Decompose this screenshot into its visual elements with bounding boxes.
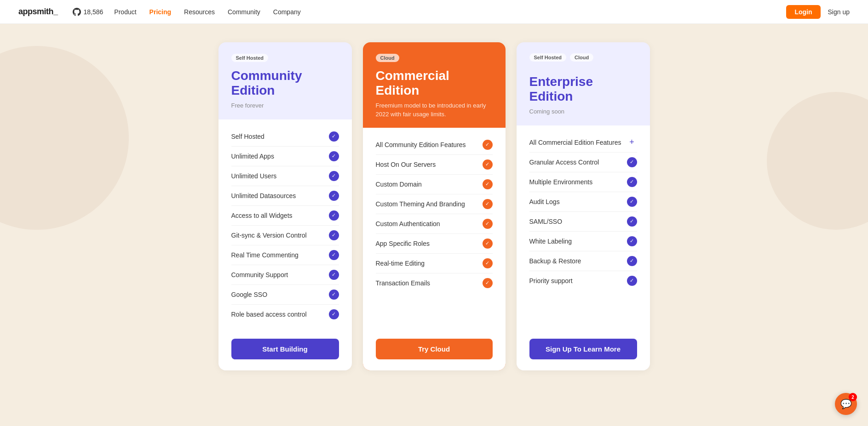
nav-product[interactable]: Product (114, 8, 136, 16)
feature-label: Access to all Widgets (231, 212, 293, 219)
feature-custom-domain: Custom Domain ✓ (376, 175, 493, 194)
check-icon: ✓ (329, 309, 339, 319)
community-card: Self Hosted Community Edition Free forev… (218, 42, 352, 370)
check-icon: ✓ (483, 159, 493, 170)
community-badge: Self Hosted (231, 54, 269, 62)
chat-bubble[interactable]: 💬 2 (835, 393, 857, 415)
feature-label: White Labeling (529, 238, 572, 245)
feature-label: Real Time Commenting (231, 251, 299, 259)
community-title: Community Edition (231, 68, 339, 98)
check-icon: ✓ (483, 199, 493, 209)
feature-community-support: Community Support ✓ (231, 265, 339, 285)
feature-git-sync: Git-sync & Version Control ✓ (231, 226, 339, 245)
feature-label: App Specific Roles (376, 240, 430, 247)
feature-audit-logs: Audit Logs ✓ (529, 192, 637, 212)
commercial-features: All Community Edition Features ✓ Host On… (363, 128, 506, 331)
enterprise-card: Self Hosted Cloud Enterprise Edition Com… (517, 42, 650, 370)
feature-custom-theming: Custom Theming And Branding ✓ (376, 194, 493, 214)
github-count: 18,586 (84, 8, 103, 16)
check-icon: ✓ (329, 270, 339, 280)
enterprise-title: Enterprise Edition (529, 74, 637, 104)
check-icon: ✓ (329, 290, 339, 300)
commercial-title: Commercial Edition (376, 68, 493, 98)
feature-label: Custom Domain (376, 181, 422, 188)
enterprise-badge-cloud: Cloud (570, 53, 593, 62)
github-link[interactable]: 18,586 (73, 8, 103, 16)
signup-button[interactable]: Sign up (828, 8, 850, 16)
enterprise-features: All Commercial Edition Features + Granul… (517, 125, 650, 331)
nav-links: Product Pricing Resources Community Comp… (114, 8, 786, 16)
check-icon: ✓ (483, 258, 493, 268)
pricing-section: Self Hosted Community Edition Free forev… (0, 24, 868, 389)
feature-label: Unlimited Datasources (231, 192, 296, 199)
check-icon: ✓ (627, 216, 637, 227)
feature-label: Custom Theming And Branding (376, 200, 465, 208)
community-features: Self Hosted ✓ Unlimited Apps ✓ Unlimited… (218, 119, 352, 331)
github-icon (73, 8, 81, 16)
commercial-subtitle: Freemium model to be introduced in early… (376, 102, 493, 118)
check-icon: ✓ (627, 236, 637, 246)
check-icon: ✓ (627, 197, 637, 207)
community-footer: Start Building (218, 331, 352, 370)
feature-backup-restore: Backup & Restore ✓ (529, 251, 637, 271)
commercial-badge: Cloud (376, 54, 399, 62)
feature-widgets: Access to all Widgets ✓ (231, 206, 339, 226)
check-icon: ✓ (329, 131, 339, 142)
feature-priority-support: Priority support ✓ (529, 271, 637, 290)
feature-label: Self Hosted (231, 133, 264, 140)
enterprise-badges: Self Hosted Cloud (529, 53, 637, 68)
check-icon: ✓ (329, 191, 339, 201)
feature-label: Role based access control (231, 311, 307, 318)
feature-label: Transaction Emails (376, 279, 431, 287)
feature-white-labeling: White Labeling ✓ (529, 232, 637, 251)
feature-custom-auth: Custom Authentication ✓ (376, 214, 493, 234)
check-icon: ✓ (329, 210, 339, 221)
check-icon: ✓ (329, 250, 339, 260)
feature-label: Multiple Environments (529, 178, 593, 186)
nav-pricing[interactable]: Pricing (149, 8, 171, 16)
feature-label: Unlimited Apps (231, 153, 274, 160)
feature-google-sso: Google SSO ✓ (231, 285, 339, 305)
commercial-card: Cloud Commercial Edition Freemium model … (363, 42, 506, 370)
nav-community[interactable]: Community (228, 8, 260, 16)
feature-label: Custom Authentication (376, 220, 440, 227)
feature-label: All Commercial Edition Features (529, 139, 621, 146)
community-subtitle: Free forever (231, 102, 339, 110)
feature-label: Git-sync & Version Control (231, 232, 307, 239)
check-icon: ✓ (627, 177, 637, 187)
feature-label: Backup & Restore (529, 257, 581, 265)
feature-unlimited-datasources: Unlimited Datasources ✓ (231, 186, 339, 206)
feature-label: Host On Our Servers (376, 161, 436, 168)
try-cloud-button[interactable]: Try Cloud (376, 339, 493, 359)
login-button[interactable]: Login (786, 5, 820, 19)
check-icon: ✓ (627, 276, 637, 286)
check-icon: ✓ (483, 140, 493, 150)
check-icon: ✓ (483, 278, 493, 288)
start-building-button[interactable]: Start Building (231, 339, 339, 359)
feature-label: Granular Access Control (529, 159, 599, 166)
feature-transaction-emails: Transaction Emails ✓ (376, 273, 493, 293)
feature-unlimited-apps: Unlimited Apps ✓ (231, 147, 339, 166)
feature-host-servers: Host On Our Servers ✓ (376, 155, 493, 175)
signup-learn-more-button[interactable]: Sign Up To Learn More (529, 339, 637, 359)
feature-label: Audit Logs (529, 198, 560, 205)
chat-badge: 2 (849, 393, 857, 401)
plus-icon: + (627, 137, 637, 148)
feature-role-based: Role based access control ✓ (231, 305, 339, 324)
nav-company[interactable]: Company (273, 8, 301, 16)
feature-multiple-envs: Multiple Environments ✓ (529, 172, 637, 192)
community-header: Self Hosted Community Edition Free forev… (218, 42, 352, 119)
feature-saml-sso: SAML/SSO ✓ (529, 212, 637, 232)
nav-resources[interactable]: Resources (184, 8, 215, 16)
check-icon: ✓ (483, 219, 493, 229)
commercial-footer: Try Cloud (363, 331, 506, 370)
nav-actions: Login Sign up (786, 5, 850, 19)
feature-all-community: All Community Edition Features ✓ (376, 135, 493, 155)
check-icon: ✓ (627, 256, 637, 266)
check-icon: ✓ (329, 151, 339, 161)
feature-self-hosted: Self Hosted ✓ (231, 127, 339, 147)
feature-realtime-editing: Real-time Editing ✓ (376, 254, 493, 273)
enterprise-footer: Sign Up To Learn More (517, 331, 650, 370)
feature-real-time-commenting: Real Time Commenting ✓ (231, 245, 339, 265)
check-icon: ✓ (483, 239, 493, 249)
